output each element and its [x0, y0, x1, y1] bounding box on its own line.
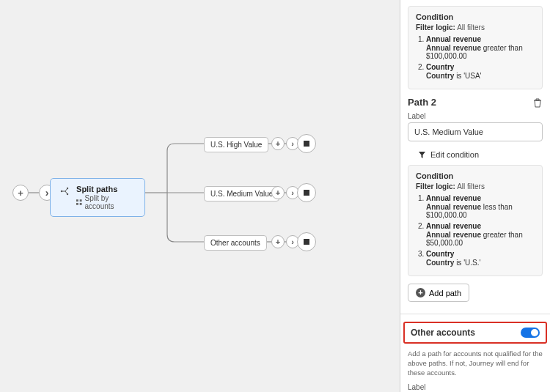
flow-canvas[interactable]: Split paths Split by accounts U.S. High …: [0, 0, 400, 392]
condition-item: Annual revenue Annual revenue greater th…: [426, 35, 535, 60]
label-label: Label: [408, 112, 543, 120]
split-title: Split paths: [76, 185, 137, 193]
accounts-icon: [76, 199, 83, 206]
other-accounts-desc: Add a path for accounts not qualified fo…: [408, 350, 543, 377]
condition-item: Country Country is 'U.S.': [426, 250, 535, 267]
path2-plus-button[interactable]: [271, 186, 285, 199]
condition-item: Country Country is 'USA': [426, 63, 535, 80]
condition-title: Condition: [416, 12, 535, 21]
plus-icon: +: [416, 288, 425, 297]
pre-plus-button[interactable]: [12, 185, 29, 201]
path2-condition-box: Condition Filter logic: All filters Annu…: [408, 165, 543, 276]
other-accounts-toggle[interactable]: [521, 328, 540, 338]
label-label: Label: [408, 383, 543, 391]
filter-icon: [418, 151, 426, 159]
path1-condition-box: Condition Filter logic: All filters Annu…: [408, 6, 543, 89]
condition-item: Annual revenue Annual revenue greater th…: [426, 222, 535, 247]
edit-condition-button[interactable]: Edit condition: [408, 147, 543, 165]
condition-item: Annual revenue Annual revenue less than …: [426, 194, 535, 219]
svg-rect-14: [76, 202, 78, 204]
path1-plus-button[interactable]: [271, 137, 285, 150]
path-label-3[interactable]: Other accounts: [204, 235, 267, 251]
split-subtitle: Split by accounts: [76, 194, 137, 210]
path2-stop: [297, 183, 316, 202]
path-label-1[interactable]: U.S. High Value: [204, 137, 268, 152]
properties-sidebar: Condition Filter logic: All filters Annu…: [400, 0, 550, 392]
condition-title: Condition: [416, 171, 535, 180]
path3-stop: [297, 232, 316, 251]
filter-logic: Filter logic: All filters: [416, 182, 535, 191]
trash-icon[interactable]: [532, 97, 543, 108]
svg-rect-15: [80, 202, 82, 204]
split-paths-node[interactable]: Split paths Split by accounts: [50, 178, 145, 217]
add-path-button[interactable]: + Add path: [408, 284, 469, 302]
other-accounts-header: Other accounts: [411, 328, 475, 338]
path2-label-input[interactable]: [408, 122, 543, 141]
svg-rect-13: [80, 199, 82, 201]
path1-stop: [297, 134, 316, 153]
split-icon: [58, 185, 70, 198]
path2-title: Path 2: [408, 97, 436, 108]
path3-plus-button[interactable]: [271, 235, 285, 248]
filter-logic: Filter logic: All filters: [416, 23, 535, 32]
svg-rect-12: [76, 199, 78, 201]
other-accounts-section: Other accounts: [403, 322, 547, 344]
path-label-2[interactable]: U.S. Medium Value: [204, 186, 279, 201]
path2-header: Path 2: [408, 97, 543, 108]
divider: [400, 314, 550, 314]
